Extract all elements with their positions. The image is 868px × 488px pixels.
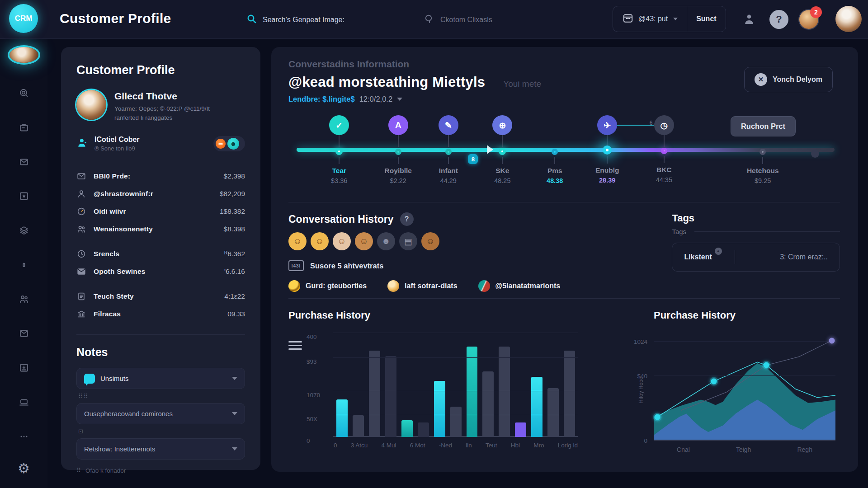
- field-label: BBI0 Prde:: [94, 172, 130, 180]
- milestone-label: SKe: [475, 167, 529, 175]
- bar[interactable]: [369, 351, 380, 437]
- tag-chip[interactable]: Likstent● 3: Crom eraz:..: [672, 243, 840, 272]
- bar[interactable]: [547, 388, 559, 437]
- sidebar-active-avatar[interactable]: [9, 47, 38, 63]
- bar[interactable]: [434, 381, 445, 437]
- profile-field-row: Oidi wiivr1$8.382: [76, 202, 245, 220]
- chevron-down-icon[interactable]: [397, 98, 402, 101]
- milestone-stem: [398, 135, 399, 147]
- timeline-milestone-enublg[interactable]: ✈Enublg28.39: [580, 115, 634, 184]
- sidebar-item-search-icon[interactable]: [14, 83, 34, 103]
- settings-gear-icon[interactable]: ⚙: [18, 460, 30, 476]
- help-badge[interactable]: ?: [400, 212, 414, 226]
- x-axis-tick: lin: [466, 442, 472, 449]
- date-selector[interactable]: @43: put: [613, 6, 687, 32]
- timeline-milestone-hetchous[interactable]: Hetchous$9.25: [736, 115, 790, 184]
- monkey-avatar[interactable]: ☺: [355, 232, 373, 250]
- sidebar-item-inbox-mail-icon[interactable]: [14, 323, 34, 344]
- participant-avatars: ☺☺☺☺☻▤☺: [288, 232, 630, 250]
- history-item[interactable]: Gurd: gteuborties: [288, 280, 367, 292]
- note-select-3[interactable]: Retslrow: Insetteremots: [76, 438, 245, 460]
- bar[interactable]: [418, 422, 429, 437]
- sidebar-item-more-icon[interactable]: [14, 426, 34, 447]
- dog-avatar[interactable]: ☺: [421, 232, 439, 250]
- customer-avatar[interactable]: [76, 90, 106, 120]
- purple-data-point[interactable]: [829, 338, 835, 343]
- person-avatar[interactable]: ☻: [377, 232, 395, 250]
- timeline-milestone-infant[interactable]: ✎Infant44.29: [421, 115, 476, 184]
- note-select-1[interactable]: Unsimuts: [76, 368, 245, 389]
- bar[interactable]: [467, 347, 478, 437]
- history-item[interactable]: @5lanatatmarionts: [478, 280, 561, 292]
- top-bar: CRM Customer Profile Search's Genpeat Im…: [0, 0, 868, 39]
- milestone-node[interactable]: [499, 148, 506, 155]
- user-settings-icon[interactable]: [741, 11, 758, 28]
- timeline-milestone-bkc[interactable]: ◷BKC44:356: [637, 115, 691, 183]
- grid-dots-icon: ⠿⠿: [78, 393, 245, 399]
- search-input[interactable]: Search's Genpeat Image:: [246, 14, 344, 26]
- sidebar-item-people-icon[interactable]: [14, 289, 34, 310]
- card-avatar[interactable]: ▤: [399, 232, 417, 250]
- bar[interactable]: [482, 371, 494, 437]
- milestone-node[interactable]: [811, 150, 819, 158]
- bar[interactable]: [336, 399, 348, 437]
- secondary-search-input[interactable]: Ckotom Clixasls: [424, 14, 492, 26]
- sidebar-item-layers-icon[interactable]: [14, 220, 34, 241]
- timeline-milestone-royiblle[interactable]: ARoyiblle$2.22: [371, 115, 425, 184]
- sidebar-item-mail-icon[interactable]: [14, 151, 34, 172]
- milestone-node[interactable]: [395, 149, 401, 155]
- conversation-link[interactable]: Lendbre: $.lingite$: [288, 95, 355, 103]
- bar[interactable]: [450, 407, 462, 437]
- timeline-milestone-tear[interactable]: ✓Tear$3.36: [312, 115, 366, 184]
- chat-icon: [84, 374, 95, 384]
- note-select-2[interactable]: Ousepheracovand comirones: [76, 403, 245, 424]
- bar[interactable]: [385, 356, 396, 437]
- timeline-milestone-pms[interactable]: Pms48.38: [528, 115, 582, 184]
- customer-name: Gllecd Thotve: [114, 91, 210, 102]
- bar[interactable]: [531, 377, 542, 437]
- sidebar-item-star-icon[interactable]: [14, 186, 34, 206]
- timeline-milestone-ske[interactable]: ⊕SKe48.258: [475, 115, 529, 184]
- sidebar-item-inbox-download-icon[interactable]: [14, 357, 34, 378]
- sunct-button[interactable]: Sunct: [687, 6, 725, 32]
- cyan-data-point[interactable]: [655, 414, 660, 420]
- milestone-stem: [502, 157, 503, 164]
- active-toggle-icon[interactable]: ☻: [227, 138, 239, 150]
- milestone-stem: [448, 157, 449, 164]
- cyan-data-point[interactable]: [711, 379, 717, 385]
- bar[interactable]: [401, 420, 413, 437]
- conversation-title-aside: Youi mete: [503, 79, 541, 89]
- milestone-node[interactable]: [445, 149, 452, 155]
- timeline-milestone-end[interactable]: [788, 115, 842, 158]
- chart-menu-icon[interactable]: [288, 341, 302, 447]
- milestone-value: $9.25: [736, 177, 790, 184]
- area-plot-area: Hitoy Hood 1024$400: [654, 333, 835, 441]
- cow-avatar[interactable]: ☺: [333, 232, 351, 250]
- crm-logo[interactable]: CRM: [9, 4, 38, 33]
- milestone-node[interactable]: [760, 149, 766, 155]
- milestone-node[interactable]: [552, 149, 558, 155]
- field-value: 09.33: [227, 310, 245, 318]
- milestone-node[interactable]: [603, 145, 612, 155]
- contact-toggle[interactable]: ☻: [213, 136, 245, 151]
- sidebar-item-pill-icon[interactable]: [14, 254, 34, 275]
- milestone-stem: [664, 156, 665, 163]
- mute-toggle-icon[interactable]: [216, 139, 226, 149]
- user-avatar[interactable]: [835, 6, 862, 32]
- dismiss-button[interactable]: ✕ Yonch Delyom: [744, 67, 833, 92]
- milestone-node[interactable]: [335, 148, 343, 155]
- secondary-avatar[interactable]: 2: [798, 9, 819, 30]
- history-item[interactable]: laft sotrar-diats: [387, 280, 457, 292]
- bar[interactable]: [499, 347, 510, 437]
- bar[interactable]: [564, 351, 575, 437]
- milestone-node[interactable]: [661, 148, 667, 154]
- cyan-data-point[interactable]: [764, 362, 769, 368]
- sidebar-item-briefcase-icon[interactable]: [14, 117, 34, 138]
- bar[interactable]: [353, 415, 364, 437]
- notes-footer: ⠿ Ofao k fonador: [76, 467, 245, 474]
- bar[interactable]: [515, 422, 526, 437]
- sidebar-item-laptop-icon[interactable]: [14, 392, 34, 413]
- smiley-avatar-2[interactable]: ☺: [311, 232, 329, 250]
- smiley-avatar-1[interactable]: ☺: [288, 232, 307, 250]
- help-button[interactable]: ?: [769, 10, 788, 29]
